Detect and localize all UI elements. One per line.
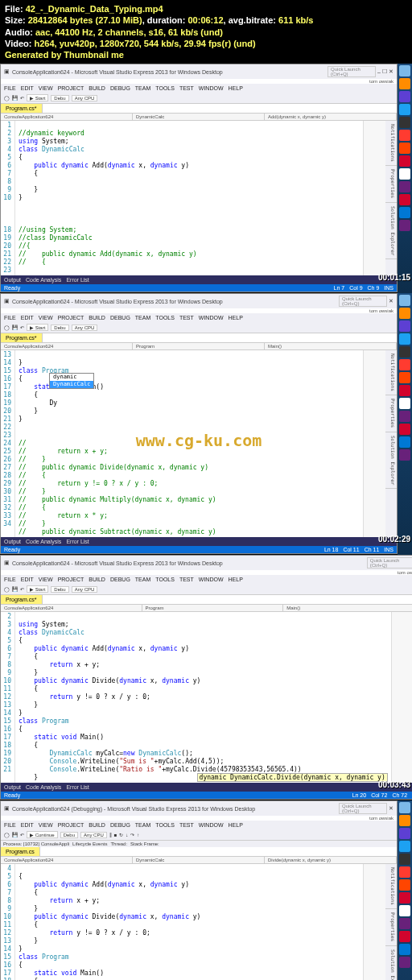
window-close-icon[interactable]: ✕ (389, 68, 393, 75)
taskbar-icon[interactable] (399, 181, 410, 192)
code-editor[interactable]: 1 2 3 4 5 6 7 8 9 10 18 19 20 21 22 23 /… (1, 121, 397, 275)
platform-dropdown[interactable]: Any CPU (72, 95, 98, 101)
menubar: FILE EDIT VIEW PROJECT BUILD DEBUG TEAM … (1, 84, 397, 93)
timestamp: 00:02:29 (378, 535, 410, 544)
tab-program[interactable]: Program.cs* (1, 104, 43, 113)
status-ready: Ready (4, 285, 20, 291)
taskbar-icon[interactable] (399, 194, 410, 205)
menu-window[interactable]: WINDOW (199, 85, 224, 91)
code-editor[interactable]: 2 3 4 5 6 7 8 9 10 11 12 13 14 15 16 17 … (1, 612, 412, 783)
start-button[interactable]: ▶ Start (27, 94, 48, 101)
intellisense-popup[interactable]: dynamic DynamicCalc (49, 373, 94, 389)
stop-icon[interactable]: ■ (114, 833, 117, 837)
save-icon[interactable]: 💾 (12, 95, 18, 101)
taskbar-icon[interactable] (399, 117, 410, 128)
menu-debug[interactable]: DEBUG (110, 85, 130, 91)
param-tooltip: dynamic DynamicCalc.Divide(dynamic x, dy… (197, 773, 388, 782)
step-into-icon[interactable]: ↓ (126, 833, 128, 837)
menu-view[interactable]: VIEW (39, 85, 53, 91)
undo-icon[interactable]: ↶ (20, 95, 24, 101)
nav-member[interactable]: Add(dynamic x, dynamic y) (265, 114, 397, 120)
vs-panel-3: ▣ConsoleApplication624 - Microsoft Visua… (0, 555, 412, 800)
watermark: www.cg-ku.com (136, 430, 262, 450)
taskbar-icon[interactable] (399, 155, 410, 167)
pause-icon[interactable]: ‖ (109, 832, 112, 837)
side-properties[interactable]: Properties (385, 166, 397, 202)
taskbar-icon[interactable] (399, 104, 410, 115)
continue-button[interactable]: ▶ Continue (27, 831, 58, 838)
step-over-icon[interactable]: ↷ (130, 832, 134, 837)
taskbar-icon[interactable] (399, 65, 410, 76)
menu-test[interactable]: TEST (179, 85, 194, 91)
quick-launch[interactable]: Quick Launch (Ctrl+Q) (339, 296, 387, 307)
vs-panel-1: ▣ ConsoleApplication624 - Microsoft Visu… (0, 64, 398, 292)
menu-help[interactable]: HELP (229, 85, 243, 91)
menu-project[interactable]: PROJECT (58, 85, 84, 91)
timestamp: 00:01:15 (378, 273, 410, 282)
tab-program[interactable]: Program.cs* (1, 333, 43, 342)
side-solution-explorer[interactable]: Solution Explorer (385, 203, 397, 259)
error-list-tab[interactable]: Error List (66, 277, 89, 283)
taskbar-icon[interactable] (399, 207, 410, 218)
os-taskbar (398, 64, 412, 293)
nav-namespace[interactable]: ConsoleApplication624 (1, 114, 133, 120)
step-out-icon[interactable]: ↑ (137, 833, 139, 837)
menu-build[interactable]: BUILD (89, 85, 105, 91)
menu-tools[interactable]: TOOLS (155, 85, 175, 91)
vs-panel-4: ▣ConsoleApplication624 (Debugging) - Mic… (0, 800, 398, 980)
menu-team[interactable]: TEAM (135, 85, 150, 91)
output-tab[interactable]: Output (4, 277, 21, 283)
vs-icon: ▣ (4, 68, 10, 75)
taskbar-icon[interactable] (399, 220, 410, 231)
code-editor[interactable]: 4 5 6 7 8 9 10 11 12 13 14 15 16 17 18 {… (1, 864, 397, 980)
taskbar-icon[interactable] (399, 130, 410, 141)
menu-edit[interactable]: EDIT (21, 85, 34, 91)
quick-launch[interactable]: Quick Launch (Ctrl+Q) (328, 66, 376, 77)
taskbar-icon[interactable] (399, 78, 410, 89)
menu-file[interactable]: FILE (4, 85, 16, 91)
thumbnail-header: File: 42_-_Dynamic_Data_Typing.mp4 Size:… (0, 0, 412, 64)
intellisense-selected[interactable]: DynamicCalc (50, 381, 93, 388)
timestamp: 00:03:43 (378, 780, 410, 789)
window-max-icon[interactable]: ☐ (382, 68, 387, 75)
code-editor[interactable]: 13 14 15 16 17 18 19 20 21 22 23 24 25 2… (1, 350, 397, 537)
titlebar: ▣ ConsoleApplication624 - Microsoft Visu… (1, 64, 397, 79)
taskbar-icon[interactable] (399, 143, 410, 154)
code-analysis-tab[interactable]: Code Analysis (26, 277, 61, 283)
side-notifications[interactable]: Notifications (385, 121, 397, 166)
toolbar: ◯ 💾 ↶ ▶ Start Debu Any CPU (1, 93, 397, 104)
nav-class[interactable]: DynamicCalc (133, 114, 265, 120)
restart-icon[interactable]: ↻ (119, 832, 123, 837)
line-gutter: 1 2 3 4 5 6 7 8 9 10 18 19 20 21 22 23 (1, 121, 15, 275)
taskbar-icon[interactable] (399, 168, 410, 180)
window-min-icon[interactable]: – (377, 69, 381, 75)
vs-panel-2: ▣ConsoleApplication624 - Microsoft Visua… (0, 293, 398, 554)
taskbar-icon[interactable] (399, 91, 410, 102)
window-close-icon[interactable]: ✕ (389, 298, 393, 304)
scroll-map[interactable] (363, 121, 385, 275)
process-label: Process: [10732] ConsoleAppli (3, 841, 69, 846)
config-dropdown[interactable]: Debu (51, 95, 68, 101)
intellisense-item[interactable]: dynamic (50, 374, 93, 381)
nav-back-icon[interactable]: ◯ (4, 95, 10, 101)
